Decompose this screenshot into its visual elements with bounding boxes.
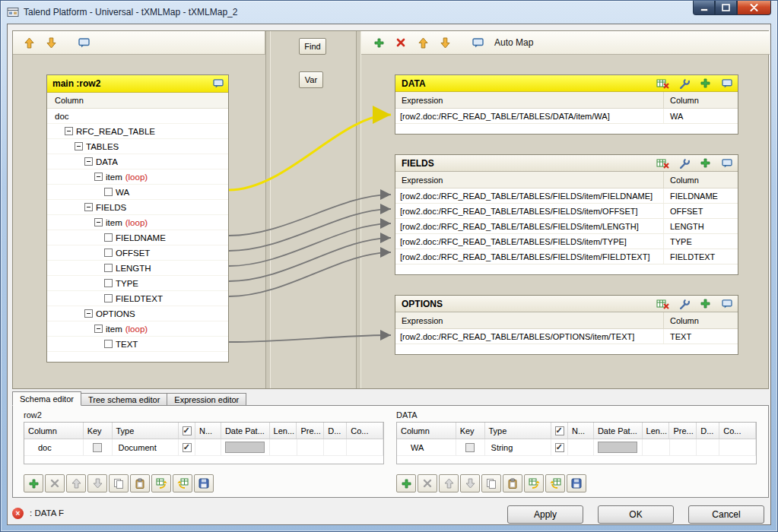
- tree-node-rfc_read_table[interactable]: RFC_READ_TABLE: [47, 124, 228, 139]
- column-cell[interactable]: FIELDNAME: [663, 188, 738, 203]
- schema-cell-column[interactable]: WA: [397, 439, 456, 455]
- column-cell[interactable]: TYPE: [663, 234, 738, 249]
- column-cell[interactable]: TEXT: [663, 329, 738, 344]
- schema-remove-button[interactable]: [418, 474, 437, 492]
- schema-paste-button[interactable]: [130, 474, 150, 492]
- expression-cell[interactable]: [row2.doc:/RFC_READ_TABLE/TABLES/FIELDS/…: [395, 204, 663, 218]
- column-cell[interactable]: WA: [663, 109, 738, 123]
- date-pattern-box[interactable]: [598, 442, 637, 453]
- add-column-icon[interactable]: [699, 298, 712, 310]
- output-table-header[interactable]: DATA: [395, 75, 738, 92]
- tab-expression-editor[interactable]: Expression editor: [167, 393, 246, 406]
- schema-cell-nullable-checkbox[interactable]: [555, 443, 564, 452]
- schema-copy-button[interactable]: [481, 474, 501, 492]
- schema-table-row[interactable]: WAString: [397, 439, 756, 456]
- maximize-button[interactable]: [715, 1, 737, 15]
- titlebar[interactable]: Talend Platform - Universal - tXMLMap - …: [1, 1, 777, 24]
- delete-table-icon[interactable]: [656, 78, 669, 90]
- schema-cell-precision[interactable]: [670, 439, 697, 455]
- schema-move-down-button[interactable]: [87, 474, 107, 492]
- schema-export-button[interactable]: [173, 474, 192, 492]
- tree-node-offset[interactable]: OFFSET: [47, 245, 228, 261]
- column-cell[interactable]: LENGTH: [663, 219, 738, 233]
- doc-window-icon[interactable]: [77, 36, 91, 49]
- collapse-icon[interactable]: [84, 309, 93, 318]
- collapse-icon[interactable]: [94, 218, 103, 226]
- mapping-row[interactable]: [row2.doc:/RFC_READ_TABLE/TABLES/FIELDS/…: [395, 219, 738, 234]
- add-column-icon[interactable]: [699, 157, 712, 169]
- expression-cell[interactable]: [row2.doc:/RFC_READ_TABLE/TABLES/FIELDS/…: [395, 188, 663, 203]
- schema-cell-comment[interactable]: [347, 439, 383, 455]
- mapping-row[interactable]: [row2.doc:/RFC_READ_TABLE/TABLES/FIELDS/…: [395, 204, 738, 219]
- schema-cell-length[interactable]: [270, 439, 297, 455]
- tree-node-item[interactable]: item(loop): [47, 169, 228, 185]
- apply-button[interactable]: Apply: [507, 505, 583, 524]
- add-column-icon[interactable]: [699, 78, 712, 90]
- window-icon[interactable]: [720, 78, 733, 90]
- tree-node-length[interactable]: LENGTH: [47, 261, 228, 276]
- window-icon[interactable]: [720, 157, 733, 169]
- schema-cell-key[interactable]: [456, 439, 485, 455]
- tree-node-fieldtext[interactable]: FIELDTEXT: [47, 291, 228, 306]
- header-checkbox[interactable]: [183, 426, 192, 435]
- ok-button[interactable]: OK: [598, 505, 674, 524]
- schema-save-button[interactable]: [194, 474, 214, 492]
- tree-node-type[interactable]: TYPE: [47, 276, 228, 291]
- input-table-header[interactable]: main :row2: [47, 75, 228, 93]
- schema-cell-type[interactable]: String: [485, 439, 552, 455]
- schema-cell-nullable[interactable]: [179, 439, 195, 455]
- schema-move-up-button[interactable]: [66, 474, 86, 492]
- wrench-icon[interactable]: [678, 157, 691, 169]
- expression-cell[interactable]: [row2.doc:/RFC_READ_TABLE/TABLES/FIELDS/…: [395, 234, 663, 249]
- minimize-button[interactable]: [693, 1, 715, 15]
- window-icon[interactable]: [720, 298, 733, 310]
- move-down-icon[interactable]: [44, 36, 58, 49]
- move-up-icon[interactable]: [22, 36, 36, 49]
- schema-cell-type[interactable]: Document: [113, 439, 179, 455]
- schema-cell-precision[interactable]: [297, 439, 325, 455]
- output-table-header[interactable]: FIELDS: [395, 155, 738, 172]
- tree-node-doc[interactable]: doc: [47, 109, 228, 124]
- collapse-icon[interactable]: [65, 127, 73, 135]
- schema-import-button[interactable]: [524, 474, 544, 492]
- schema-cell-column[interactable]: doc: [24, 439, 84, 455]
- schema-move-up-button[interactable]: [439, 474, 459, 492]
- collapse-icon[interactable]: [94, 325, 103, 333]
- column-cell[interactable]: FIELDTEXT: [663, 249, 738, 264]
- header-checkbox[interactable]: [555, 426, 564, 435]
- add-output-icon[interactable]: [372, 36, 386, 49]
- collapse-icon[interactable]: [84, 157, 93, 166]
- find-button[interactable]: Find: [299, 38, 326, 55]
- tree-node-options[interactable]: OPTIONS: [47, 306, 228, 321]
- schema-cell-n[interactable]: [195, 439, 221, 455]
- tab-schema-editor[interactable]: Schema editor: [12, 391, 81, 406]
- column-cell[interactable]: OFFSET: [663, 204, 738, 218]
- cancel-button[interactable]: Cancel: [688, 505, 764, 524]
- schema-export-button[interactable]: [545, 474, 565, 492]
- output-table-header[interactable]: OPTIONS: [395, 296, 738, 312]
- tree-node-data[interactable]: DATA: [47, 154, 228, 169]
- expression-cell[interactable]: [row2.doc:/RFC_READ_TABLE/TABLES/FIELDS/…: [395, 249, 663, 264]
- tree-node-tables[interactable]: TABLES: [47, 139, 228, 154]
- collapse-icon[interactable]: [84, 203, 93, 211]
- tree-node-item[interactable]: item(loop): [47, 215, 228, 230]
- schema-add-button[interactable]: [396, 474, 416, 492]
- remove-output-icon[interactable]: [394, 36, 408, 49]
- tree-node-text[interactable]: TEXT: [47, 337, 228, 352]
- tree-node-wa[interactable]: WA: [47, 185, 228, 200]
- schema-import-button[interactable]: [151, 474, 171, 492]
- schema-cell-nullable-checkbox[interactable]: [183, 443, 192, 452]
- move-up-icon[interactable]: [416, 36, 430, 49]
- mapping-row[interactable]: [row2.doc:/RFC_READ_TABLE/TABLES/FIELDS/…: [395, 234, 738, 249]
- collapse-icon[interactable]: [94, 173, 103, 181]
- splitter-left[interactable]: [265, 31, 271, 388]
- close-button[interactable]: [737, 1, 771, 15]
- schema-remove-button[interactable]: [45, 474, 65, 492]
- schema-cell-date-pattern[interactable]: [594, 439, 643, 455]
- tree-node-item[interactable]: item(loop): [47, 321, 228, 337]
- date-pattern-box[interactable]: [225, 442, 265, 453]
- window-icon[interactable]: [471, 36, 484, 49]
- mapping-row[interactable]: [row2.doc:/RFC_READ_TABLE/TABLES/FIELDS/…: [395, 188, 738, 204]
- schema-cell-n[interactable]: [568, 439, 594, 455]
- schema-cell-key-checkbox[interactable]: [465, 443, 475, 452]
